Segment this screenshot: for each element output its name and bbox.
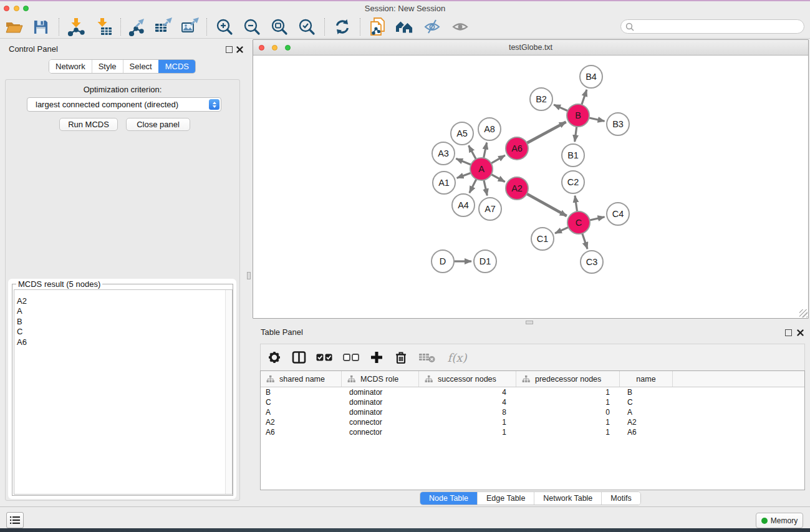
column-label: predecessor nodes <box>535 375 601 384</box>
mcds-result-item[interactable]: C <box>14 327 232 337</box>
open-session-button[interactable] <box>3 17 26 37</box>
memory-button[interactable]: Memory <box>756 513 803 528</box>
first-neighbors-button[interactable] <box>393 17 416 37</box>
tab-network-table[interactable]: Network Table <box>534 492 601 505</box>
graph-node-label-A: A <box>478 164 485 174</box>
save-icon <box>33 19 49 35</box>
edge-A-A7[interactable] <box>483 178 487 196</box>
search-input[interactable] <box>620 19 804 34</box>
table-panel-close-button[interactable] <box>797 329 804 336</box>
toolbar-separator <box>206 18 207 36</box>
edge-A6-B[interactable] <box>525 122 566 143</box>
edge-A-A1[interactable] <box>457 172 473 178</box>
column-header-name[interactable]: name <box>620 371 673 387</box>
graph-node-label-D: D <box>440 256 446 266</box>
graph-node-label-A2: A2 <box>511 183 523 193</box>
column-header-MCDS-role[interactable]: MCDS role <box>342 371 419 387</box>
graph-node-label-C: C <box>576 218 582 228</box>
export-table-button[interactable] <box>152 17 175 37</box>
result-scrollbar[interactable] <box>225 290 232 494</box>
edge-B-B1[interactable] <box>575 125 577 142</box>
table-cell: A <box>261 407 342 417</box>
table-row[interactable]: Cdominator41C <box>261 397 804 407</box>
zoom-fit-button[interactable] <box>268 17 291 37</box>
import-network-button[interactable] <box>65 17 87 37</box>
control-panel-close-button[interactable] <box>236 46 243 53</box>
table-panel-float-button[interactable] <box>785 329 792 336</box>
edge-C-C4[interactable] <box>588 217 605 221</box>
import-table-button[interactable] <box>93 17 115 37</box>
edge-A-A3[interactable] <box>456 158 473 165</box>
network-canvas[interactable]: B4B2BB3A5A8A6A3B1AA1C2A2A4A7CC4C1C3DD1 <box>253 56 808 318</box>
table-row[interactable]: A2connector11A2 <box>261 417 804 427</box>
close-panel-button[interactable]: Close panel <box>126 118 190 131</box>
task-history-button[interactable] <box>6 512 24 528</box>
show-all-button[interactable] <box>449 17 471 37</box>
show-columns-button[interactable] <box>291 350 306 365</box>
mcds-result-item[interactable]: A2 <box>14 296 232 306</box>
tab-node-table[interactable]: Node Table <box>420 492 477 505</box>
table-cell: C <box>620 397 673 407</box>
delete-table-button[interactable] <box>418 350 436 365</box>
table-row[interactable]: A6connector11A6 <box>261 427 804 437</box>
refresh-layout-button[interactable] <box>331 17 354 37</box>
table-cell: A2 <box>620 417 673 427</box>
export-network-button[interactable] <box>126 17 148 37</box>
criterion-dropdown[interactable]: largest connected component (directed) <box>27 97 221 112</box>
tab-style[interactable]: Style <box>92 60 123 73</box>
vertical-splitter-handle[interactable] <box>247 272 251 279</box>
edge-A-A6[interactable] <box>489 155 505 164</box>
graph-node-label-B4: B4 <box>586 72 597 82</box>
table-cell: 4 <box>419 387 516 397</box>
column-settings-button[interactable] <box>267 350 282 365</box>
horizontal-splitter-handle[interactable] <box>526 321 533 324</box>
edge-B-B2[interactable] <box>554 105 569 112</box>
window-resize-grip[interactable] <box>799 309 808 317</box>
save-session-button[interactable] <box>29 17 52 37</box>
column-header-predecessor-nodes[interactable]: predecessor nodes <box>516 371 620 387</box>
tab-network[interactable]: Network <box>49 60 92 73</box>
table-row[interactable]: Bdominator41B <box>261 387 804 397</box>
zoom-selected-button[interactable] <box>296 17 318 37</box>
edge-A2-C[interactable] <box>525 193 567 216</box>
edge-A-A8[interactable] <box>483 143 487 160</box>
edge-B-B3[interactable] <box>587 117 605 121</box>
mcds-result-item[interactable]: A6 <box>14 337 232 347</box>
control-panel-float-button[interactable] <box>226 46 233 53</box>
table-cell: 4 <box>419 397 516 407</box>
graph-node-label-A7: A7 <box>485 204 496 214</box>
graph-node-label-A1: A1 <box>438 178 450 188</box>
export-image-button[interactable] <box>179 17 201 37</box>
new-network-from-selection-button[interactable] <box>367 17 389 37</box>
tab-mcds[interactable]: MCDS <box>158 60 195 73</box>
mcds-result-item[interactable]: B <box>14 317 232 327</box>
edge-A-A2[interactable] <box>489 173 504 181</box>
run-mcds-button[interactable]: Run MCDS <box>59 118 118 131</box>
hide-selected-button[interactable] <box>421 17 443 37</box>
tab-motifs[interactable]: Motifs <box>601 492 640 505</box>
tab-select[interactable]: Select <box>123 60 158 73</box>
edge-A-A5[interactable] <box>469 145 477 160</box>
network-window-titlebar[interactable]: testGlobe.txt <box>253 40 808 56</box>
zoom-out-button[interactable] <box>241 17 263 37</box>
delete-row-button[interactable] <box>393 350 408 365</box>
function-builder-button[interactable]: f(x) <box>446 350 468 365</box>
edge-C-C3[interactable] <box>582 231 587 249</box>
edge-B-B4[interactable] <box>581 90 587 107</box>
mcds-result-item[interactable]: A <box>14 306 232 316</box>
column-header-shared-name[interactable]: shared name <box>261 371 342 387</box>
add-row-button[interactable] <box>369 350 384 365</box>
graph-node-label-A5: A5 <box>456 128 468 138</box>
edge-C-C2[interactable] <box>575 196 577 213</box>
fx-icon: f(x) <box>448 351 467 364</box>
tab-edge-table[interactable]: Edge Table <box>477 492 534 505</box>
zoom-in-button[interactable] <box>213 17 236 37</box>
plus-icon <box>370 351 383 364</box>
mcds-result-list[interactable]: A2ABCA6 <box>14 289 233 495</box>
table-row[interactable]: Adominator80A <box>261 407 804 417</box>
deselect-all-button[interactable] <box>342 350 360 365</box>
edge-A-A4[interactable] <box>470 177 477 193</box>
column-header-successor-nodes[interactable]: successor nodes <box>419 371 516 387</box>
select-all-button[interactable] <box>316 350 333 365</box>
dropdown-spinner-icon <box>209 99 219 110</box>
